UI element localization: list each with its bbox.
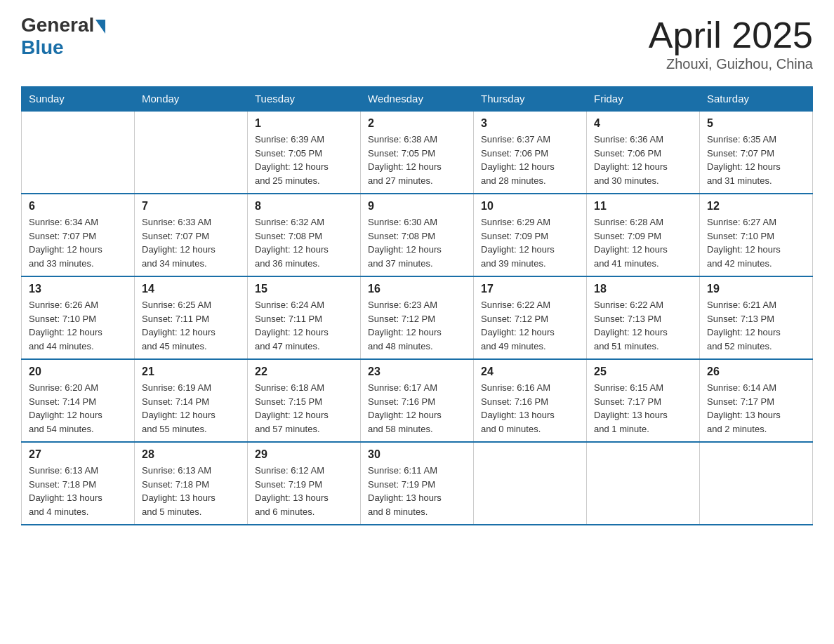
calendar-cell: 9Sunrise: 6:30 AMSunset: 7:08 PMDaylight… [361, 194, 474, 276]
day-info: Sunrise: 6:19 AMSunset: 7:14 PMDaylight:… [142, 381, 240, 436]
day-info: Sunrise: 6:24 AMSunset: 7:11 PMDaylight:… [255, 298, 353, 353]
day-info: Sunrise: 6:26 AMSunset: 7:10 PMDaylight:… [29, 298, 127, 353]
day-number: 6 [29, 200, 127, 213]
day-number: 2 [368, 117, 466, 130]
day-number: 30 [368, 448, 466, 461]
calendar-header-tuesday: Tuesday [248, 87, 361, 112]
calendar-cell [700, 442, 813, 525]
calendar-cell: 11Sunrise: 6:28 AMSunset: 7:09 PMDayligh… [587, 194, 700, 276]
logo-general-text: General [21, 14, 94, 36]
calendar-week-3: 13Sunrise: 6:26 AMSunset: 7:10 PMDayligh… [22, 276, 813, 359]
title-section: April 2025 Zhouxi, Guizhou, China [649, 14, 813, 72]
logo-blue-text: Blue [21, 36, 64, 59]
day-info: Sunrise: 6:22 AMSunset: 7:12 PMDaylight:… [481, 298, 579, 353]
day-info: Sunrise: 6:39 AMSunset: 7:05 PMDaylight:… [255, 133, 353, 187]
day-number: 25 [594, 365, 692, 378]
day-number: 5 [707, 117, 805, 130]
day-number: 27 [29, 448, 127, 461]
day-info: Sunrise: 6:18 AMSunset: 7:15 PMDaylight:… [255, 381, 353, 436]
day-number: 7 [142, 200, 240, 213]
calendar-header-thursday: Thursday [474, 87, 587, 112]
calendar-cell: 13Sunrise: 6:26 AMSunset: 7:10 PMDayligh… [22, 276, 135, 359]
calendar-header-friday: Friday [587, 87, 700, 112]
day-info: Sunrise: 6:35 AMSunset: 7:07 PMDaylight:… [707, 133, 805, 187]
day-number: 28 [142, 448, 240, 461]
day-info: Sunrise: 6:25 AMSunset: 7:11 PMDaylight:… [142, 298, 240, 353]
calendar-cell: 1Sunrise: 6:39 AMSunset: 7:05 PMDaylight… [248, 111, 361, 194]
day-info: Sunrise: 6:22 AMSunset: 7:13 PMDaylight:… [594, 298, 692, 353]
day-number: 15 [255, 283, 353, 295]
day-info: Sunrise: 6:38 AMSunset: 7:05 PMDaylight:… [368, 133, 466, 187]
calendar-table: SundayMondayTuesdayWednesdayThursdayFrid… [21, 86, 813, 525]
calendar-cell: 26Sunrise: 6:14 AMSunset: 7:17 PMDayligh… [700, 359, 813, 442]
calendar-cell [587, 442, 700, 525]
calendar-cell: 7Sunrise: 6:33 AMSunset: 7:07 PMDaylight… [135, 194, 248, 276]
calendar-cell: 22Sunrise: 6:18 AMSunset: 7:15 PMDayligh… [248, 359, 361, 442]
calendar-header-monday: Monday [135, 87, 248, 112]
calendar-week-4: 20Sunrise: 6:20 AMSunset: 7:14 PMDayligh… [22, 359, 813, 442]
header-row: SundayMondayTuesdayWednesdayThursdayFrid… [22, 87, 813, 112]
calendar-cell: 16Sunrise: 6:23 AMSunset: 7:12 PMDayligh… [361, 276, 474, 359]
day-info: Sunrise: 6:13 AMSunset: 7:18 PMDaylight:… [29, 464, 127, 518]
day-info: Sunrise: 6:14 AMSunset: 7:17 PMDaylight:… [707, 381, 805, 436]
day-number: 18 [594, 283, 692, 295]
day-number: 1 [255, 117, 353, 130]
calendar-cell [22, 111, 135, 194]
calendar-cell: 15Sunrise: 6:24 AMSunset: 7:11 PMDayligh… [248, 276, 361, 359]
day-info: Sunrise: 6:28 AMSunset: 7:09 PMDaylight:… [594, 215, 692, 270]
calendar-cell: 19Sunrise: 6:21 AMSunset: 7:13 PMDayligh… [700, 276, 813, 359]
calendar-cell: 8Sunrise: 6:32 AMSunset: 7:08 PMDaylight… [248, 194, 361, 276]
day-info: Sunrise: 6:23 AMSunset: 7:12 PMDaylight:… [368, 298, 466, 353]
calendar-cell: 29Sunrise: 6:12 AMSunset: 7:19 PMDayligh… [248, 442, 361, 525]
logo-arrow-icon [95, 20, 105, 34]
calendar-cell: 25Sunrise: 6:15 AMSunset: 7:17 PMDayligh… [587, 359, 700, 442]
calendar-header-saturday: Saturday [700, 87, 813, 112]
calendar-cell: 30Sunrise: 6:11 AMSunset: 7:19 PMDayligh… [361, 442, 474, 525]
day-info: Sunrise: 6:13 AMSunset: 7:18 PMDaylight:… [142, 464, 240, 518]
calendar-cell: 2Sunrise: 6:38 AMSunset: 7:05 PMDaylight… [361, 111, 474, 194]
day-info: Sunrise: 6:34 AMSunset: 7:07 PMDaylight:… [29, 215, 127, 270]
day-info: Sunrise: 6:11 AMSunset: 7:19 PMDaylight:… [368, 464, 466, 518]
calendar-cell [474, 442, 587, 525]
day-info: Sunrise: 6:12 AMSunset: 7:19 PMDaylight:… [255, 464, 353, 518]
day-number: 19 [707, 283, 805, 295]
day-info: Sunrise: 6:16 AMSunset: 7:16 PMDaylight:… [481, 381, 579, 436]
calendar-cell: 12Sunrise: 6:27 AMSunset: 7:10 PMDayligh… [700, 194, 813, 276]
calendar-week-1: 1Sunrise: 6:39 AMSunset: 7:05 PMDaylight… [22, 111, 813, 194]
day-info: Sunrise: 6:37 AMSunset: 7:06 PMDaylight:… [481, 133, 579, 187]
calendar-cell: 27Sunrise: 6:13 AMSunset: 7:18 PMDayligh… [22, 442, 135, 525]
day-number: 11 [594, 200, 692, 213]
day-info: Sunrise: 6:27 AMSunset: 7:10 PMDaylight:… [707, 215, 805, 270]
calendar-cell: 23Sunrise: 6:17 AMSunset: 7:16 PMDayligh… [361, 359, 474, 442]
calendar-cell: 3Sunrise: 6:37 AMSunset: 7:06 PMDaylight… [474, 111, 587, 194]
day-number: 8 [255, 200, 353, 213]
day-info: Sunrise: 6:21 AMSunset: 7:13 PMDaylight:… [707, 298, 805, 353]
calendar-title: April 2025 [649, 14, 813, 56]
calendar-cell: 6Sunrise: 6:34 AMSunset: 7:07 PMDaylight… [22, 194, 135, 276]
day-number: 29 [255, 448, 353, 461]
logo: General Blue [21, 14, 105, 59]
day-number: 16 [368, 283, 466, 295]
calendar-week-2: 6Sunrise: 6:34 AMSunset: 7:07 PMDaylight… [22, 194, 813, 276]
calendar-cell: 24Sunrise: 6:16 AMSunset: 7:16 PMDayligh… [474, 359, 587, 442]
day-number: 20 [29, 365, 127, 378]
day-info: Sunrise: 6:15 AMSunset: 7:17 PMDaylight:… [594, 381, 692, 436]
calendar-cell: 4Sunrise: 6:36 AMSunset: 7:06 PMDaylight… [587, 111, 700, 194]
calendar-header-sunday: Sunday [22, 87, 135, 112]
calendar-cell: 5Sunrise: 6:35 AMSunset: 7:07 PMDaylight… [700, 111, 813, 194]
day-number: 4 [594, 117, 692, 130]
day-number: 26 [707, 365, 805, 378]
day-info: Sunrise: 6:20 AMSunset: 7:14 PMDaylight:… [29, 381, 127, 436]
calendar-cell: 14Sunrise: 6:25 AMSunset: 7:11 PMDayligh… [135, 276, 248, 359]
calendar-header-wednesday: Wednesday [361, 87, 474, 112]
calendar-cell: 18Sunrise: 6:22 AMSunset: 7:13 PMDayligh… [587, 276, 700, 359]
calendar-location: Zhouxi, Guizhou, China [649, 56, 813, 72]
day-number: 22 [255, 365, 353, 378]
day-number: 23 [368, 365, 466, 378]
day-number: 13 [29, 283, 127, 295]
page-header: General Blue April 2025 Zhouxi, Guizhou,… [21, 14, 813, 72]
calendar-cell: 20Sunrise: 6:20 AMSunset: 7:14 PMDayligh… [22, 359, 135, 442]
day-info: Sunrise: 6:32 AMSunset: 7:08 PMDaylight:… [255, 215, 353, 270]
day-number: 21 [142, 365, 240, 378]
day-info: Sunrise: 6:33 AMSunset: 7:07 PMDaylight:… [142, 215, 240, 270]
